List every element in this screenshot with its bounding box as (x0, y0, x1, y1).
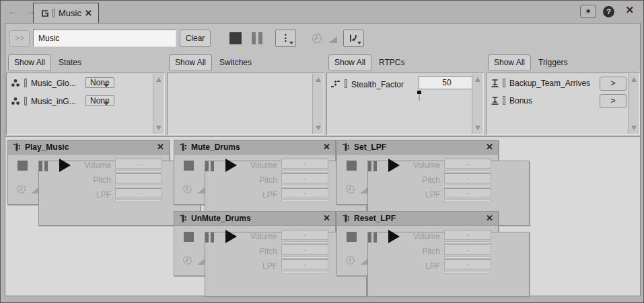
rtpcs-show-all-button[interactable]: Show All (328, 54, 371, 71)
slider-thumb[interactable] (417, 91, 421, 94)
event-panel-set-lpf: Set_LPF ✕ Volume - Pitch - LPF - (336, 140, 499, 205)
stop-icon[interactable] (347, 232, 357, 242)
soundcaster-session-input[interactable] (33, 30, 176, 47)
volume-meter-bar (444, 241, 491, 244)
list-item[interactable]: Stealth_Factor 50 (330, 76, 472, 97)
pitch-meter-bar (444, 256, 491, 259)
list-item[interactable]: Music_inG... None (10, 94, 153, 111)
object-color-chip (52, 9, 55, 17)
rtpcs-scrollbar[interactable] (472, 74, 482, 134)
scroll-down-icon (631, 126, 637, 130)
post-trigger-button[interactable]: > (600, 94, 627, 108)
volume-label: Volume (238, 232, 277, 241)
rtpc-value-input[interactable]: 50 (419, 76, 475, 89)
tab-music[interactable]: Music ✕ (33, 3, 99, 23)
event-icon (342, 214, 350, 223)
triggers-show-all-button[interactable]: Show All (488, 54, 531, 71)
stop-icon[interactable] (184, 232, 194, 242)
panel-close-icon[interactable]: ✕ (323, 214, 330, 222)
switches-section-title: Switches (219, 54, 252, 71)
delay-clock-icon (345, 184, 355, 194)
help-icon[interactable]: ? (603, 6, 614, 17)
stop-icon[interactable] (347, 161, 357, 171)
panel-header[interactable]: Play_Music ✕ (8, 140, 169, 155)
panel-close-icon[interactable]: ✕ (157, 143, 164, 151)
volume-label: Volume (401, 161, 440, 170)
reset-button[interactable] (343, 30, 364, 47)
pitch-meter-bar (444, 185, 491, 187)
soundcaster-window: ← → Music ✕ ✶ ? ✕ >> Clear ⋮ Show All (0, 0, 644, 303)
chevron-down-icon (104, 102, 109, 105)
pitch-label: Pitch (238, 247, 277, 256)
play-icon[interactable] (225, 230, 237, 243)
states-scrollbar[interactable] (153, 74, 164, 134)
pitch-meter-bar (281, 256, 328, 259)
lpf-meter-bar (281, 200, 328, 202)
switches-show-all-button[interactable]: Show All (169, 54, 212, 71)
panel-close-icon[interactable]: ✕ (486, 143, 493, 151)
stop-icon[interactable] (184, 161, 194, 171)
state-group-name: Music_Glo... (31, 79, 76, 88)
event-icon (342, 142, 350, 152)
lpf-meter-bar (444, 200, 491, 202)
panel-close-icon[interactable]: ✕ (323, 143, 330, 151)
trigger-icon (491, 96, 499, 105)
switches-scrollbar[interactable] (312, 74, 323, 134)
panel-header[interactable]: Set_LPF ✕ (337, 140, 498, 155)
delay-clock-icon (311, 32, 323, 44)
triggers-scrollbar[interactable] (628, 74, 639, 134)
list-item[interactable]: Backup_Team_Arrives > (490, 76, 629, 92)
state-group-icon (11, 79, 20, 88)
lpf-meter-bar (281, 271, 328, 273)
panel-close-icon[interactable]: ✕ (486, 214, 493, 222)
stop-icon[interactable] (17, 161, 28, 171)
states-section-title: States (59, 54, 81, 71)
event-panel-mute-drums: Mute_Drums ✕ Volume - Pitch - LPF - (174, 140, 336, 205)
nav-back-icon[interactable]: ← (6, 5, 21, 18)
state-value-dropdown[interactable]: None (85, 77, 114, 88)
play-icon[interactable] (388, 230, 400, 243)
lpf-meter-bar (115, 200, 162, 202)
play-icon[interactable] (59, 159, 71, 172)
pin-view-button[interactable]: ✶ (580, 5, 596, 18)
fade-ramp-icon (31, 187, 38, 193)
pause-icon[interactable] (252, 32, 265, 46)
panel-title: Reset_LPF (354, 214, 482, 223)
states-show-all-button[interactable]: Show All (8, 54, 51, 71)
list-item[interactable]: Music_Glo... None (10, 76, 153, 93)
play-icon[interactable] (225, 159, 237, 172)
state-value-dropdown[interactable]: None (85, 95, 114, 106)
pitch-label: Pitch (401, 175, 440, 185)
list-item[interactable]: Bonus > (490, 93, 629, 110)
delay-clock-icon (182, 184, 192, 194)
pitch-value: - (115, 173, 162, 183)
more-button[interactable]: >> (9, 30, 30, 47)
states-list: Music_Glo... None Music_inG... None (6, 73, 165, 135)
scroll-up-icon (631, 77, 637, 82)
panel-header[interactable]: Mute_Drums ✕ (174, 140, 335, 155)
rtpcs-list: Stealth_Factor 50 (326, 73, 484, 135)
volume-label: Volume (238, 161, 277, 170)
play-icon[interactable] (388, 159, 400, 172)
window-close-icon[interactable]: ✕ (625, 6, 634, 14)
rtpc-slider[interactable] (419, 90, 420, 101)
post-trigger-button[interactable]: > (600, 77, 627, 91)
transport-options-button[interactable]: ⋮ (275, 30, 296, 47)
volume-label: Volume (401, 232, 440, 241)
lpf-label: LPF (401, 261, 440, 271)
rtpc-name: Stealth_Factor (351, 80, 404, 89)
dropdown-caret-icon (357, 42, 361, 44)
trigger-name: Backup_Team_Arrives (509, 79, 590, 88)
delay-clock-icon (345, 255, 355, 265)
clear-button[interactable]: Clear (180, 30, 211, 47)
event-icon (179, 142, 187, 152)
lpf-value: - (444, 259, 491, 269)
panel-header[interactable]: Reset_LPF ✕ (337, 212, 498, 226)
stop-icon[interactable] (229, 32, 242, 44)
lpf-value: - (281, 188, 328, 198)
trigger-icon (491, 79, 499, 88)
scroll-down-icon (156, 126, 162, 130)
panel-header[interactable]: UnMute_Drums ✕ (174, 212, 335, 226)
pitch-meter-bar (281, 185, 328, 187)
tab-close-icon[interactable]: ✕ (85, 9, 92, 17)
